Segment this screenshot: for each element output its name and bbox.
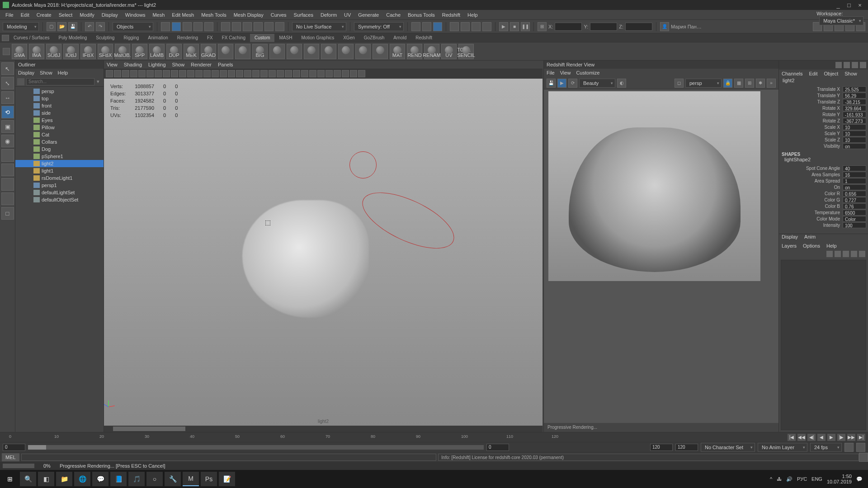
vp-toolbar-icon-15[interactable] [228,70,235,77]
snap-live-icon[interactable] [204,22,213,31]
menu-generate[interactable]: Generate [354,10,382,20]
range-start-in[interactable] [486,444,509,451]
attr-value[interactable]: 16 [843,172,866,178]
tb-icon-g[interactable] [411,22,420,31]
rv-crop-icon[interactable]: ◻ [675,79,684,88]
rv-tile-icon[interactable]: ▦ [734,79,743,88]
shelf-tab-custom[interactable]: Custom [250,34,274,42]
filter-icon[interactable] [17,78,24,85]
menu-create[interactable]: Create [33,10,55,20]
redo-icon[interactable]: ↷ [96,22,105,31]
shelf-icon-22[interactable]: MAT [390,44,405,59]
rv-camera-dropdown[interactable]: persp [685,79,722,88]
coord-x-field[interactable] [555,23,582,31]
menu-help[interactable]: Help [464,10,481,20]
toolbox-0[interactable]: ↖ [1,62,14,75]
viewport-canvas[interactable]: Verts:108885700Edges:301337700Faces:1924… [104,79,542,426]
vp-menu-shading[interactable]: Shading [124,62,142,67]
toolbox-1[interactable]: ⤡ [1,77,14,89]
range-end-out[interactable] [675,444,698,451]
light-gizmo-cone[interactable] [354,181,462,260]
minimize-button[interactable]: _ [833,2,844,9]
attr-value[interactable]: 329.664 [843,105,866,111]
layer-icon-2[interactable] [835,251,841,257]
symmetry-dropdown[interactable]: Symmetry: Off [354,22,404,31]
toolbox-10[interactable]: □ [1,207,14,220]
toolbox-4[interactable]: ▣ [1,120,14,133]
tb-icon-m[interactable] [482,22,491,31]
toolbox-7[interactable] [1,164,14,176]
cb-tab-channels[interactable]: Channels [782,71,802,76]
shelf-icon-15[interactable] [269,44,285,59]
snap-point-icon[interactable] [183,22,192,31]
vp-toolbar-icon-4[interactable] [138,70,146,77]
attr-value[interactable]: 0.76 [843,203,866,209]
shelf-tab-fx[interactable]: FX [203,34,217,42]
layer-menu-help[interactable]: Help [826,243,837,249]
outliner-menu-display[interactable]: Display [18,70,34,75]
shelf-icon-1[interactable]: IMA [29,44,44,59]
outliner-node-persp1[interactable]: persp1 [15,182,104,189]
attr-value[interactable]: 10 [843,137,866,143]
tb-icon-b[interactable] [232,22,241,31]
shelf-icon-17[interactable] [304,44,319,59]
outliner-node-light2[interactable]: light2 [15,160,104,167]
rv-more-icon[interactable]: » [767,79,776,88]
vp-toolbar-icon-20[interactable] [269,70,276,77]
close-button[interactable]: × [854,2,865,9]
outliner-node-dog[interactable]: Dog [15,145,104,153]
anim-layer-dropdown[interactable]: No Anim Layer [758,443,807,452]
attr-value[interactable]: on [843,143,866,149]
attr-value[interactable]: 10 [843,131,866,136]
layer-tab-display[interactable]: Display [782,234,798,242]
tray-lang-1[interactable]: РУС [797,476,807,482]
playback-0[interactable]: |◀ [788,434,796,441]
vp-toolbar-icon-6[interactable] [155,70,162,77]
vp-toolbar-icon-2[interactable] [122,70,129,77]
shelf-icon-2[interactable]: SOBJ [46,44,61,59]
script-lang-toggle[interactable]: MEL [2,453,19,461]
menu-curves[interactable]: Curves [267,10,290,20]
vp-toolbar-icon-12[interactable] [203,70,211,77]
taskbar-icon-7[interactable]: 🎵 [128,472,145,486]
outliner-node-pillow[interactable]: Pillow [15,124,104,131]
menu-uv[interactable]: UV [340,10,354,20]
vp-toolbar-icon-19[interactable] [260,70,268,77]
snap-plane-icon[interactable] [193,22,203,31]
vp-menu-renderer[interactable]: Renderer [191,62,212,67]
shelf-icon-12[interactable] [218,44,233,59]
shelf-icon-3[interactable]: IOBJ [63,44,79,59]
vp-toolbar-icon-3[interactable] [130,70,137,77]
taskbar-icon-12[interactable]: 📝 [219,472,235,486]
rv-save-icon[interactable]: 💾 [547,79,556,88]
shelf-tab-sculpting[interactable]: Sculpting [91,34,119,42]
menu-file[interactable]: File [2,10,17,20]
layer-menu-options[interactable]: Options [803,243,820,249]
tray-chevron-icon[interactable]: ^ [770,476,772,482]
shelf-icon-9[interactable]: DUP [166,44,182,59]
layer-editor[interactable] [781,260,866,430]
attr-value[interactable]: 40 [843,165,866,171]
prefs-icon[interactable] [856,443,865,452]
shelf-icon-16[interactable] [287,44,302,59]
time-slider[interactable]: |◀◀◀◀|◀▶|▶▶▶▶| 0102030405060708090100110… [0,432,868,442]
vp-toolbar-icon-31[interactable] [358,70,365,77]
shelf-icon-13[interactable] [235,44,250,59]
toolbox-3[interactable]: ⟲ [1,106,14,118]
playback-7[interactable]: ▶| [857,434,865,441]
outliner-node-defaultlightset[interactable]: defaultLightSet [15,189,104,196]
rv-exposure-icon[interactable]: ◐ [617,79,626,88]
cb-tab-show[interactable]: Show [844,71,857,76]
tb-icon-h[interactable] [422,22,431,31]
outliner-node-persp[interactable]: persp [15,88,104,95]
cb-icon-4[interactable] [860,62,866,68]
shelf-icon-18[interactable] [321,44,336,59]
workspace-selector[interactable]: Workspace: Maya Classic* [816,11,863,25]
vp-toolbar-icon-28[interactable] [334,70,341,77]
attr-value[interactable]: -38.215 [843,99,866,105]
attr-value[interactable]: -367.273 [843,118,866,124]
vp-toolbar-icon-7[interactable] [163,70,170,77]
shelf-tab-xgen[interactable]: XGen [339,34,359,42]
new-scene-icon[interactable]: ▢ [47,22,56,31]
attr-value[interactable]: 0.727 [843,197,866,203]
